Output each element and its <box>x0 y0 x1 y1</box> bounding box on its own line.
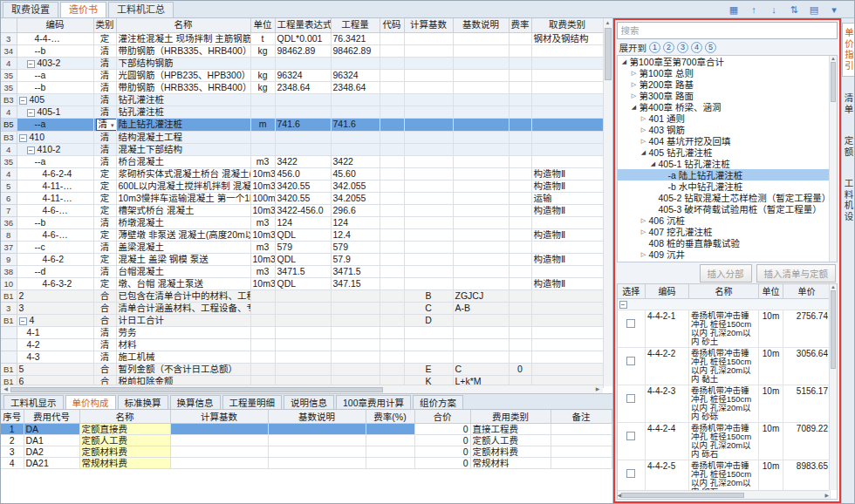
category-cell[interactable]: 定 <box>93 192 116 204</box>
unit-cell[interactable]: 10m3 <box>250 180 275 192</box>
calc-base-cell[interactable] <box>404 93 453 106</box>
bottom-tab[interactable]: 标准换算 <box>118 395 168 409</box>
fee-class-cell[interactable] <box>531 155 603 167</box>
rate-cell[interactable] <box>509 253 531 265</box>
name-cell[interactable]: 浆砌桥实体式混凝土桥台 混凝土(高10m内) <box>116 167 250 180</box>
calc-base-cell[interactable]: B <box>404 289 453 302</box>
unit-cell[interactable] <box>250 351 275 363</box>
code-cell[interactable]: --b <box>17 44 93 57</box>
fee-rate-cell[interactable] <box>366 446 414 457</box>
category-cell[interactable]: 清 <box>93 216 116 228</box>
rate-cell[interactable] <box>509 204 531 216</box>
code-cell[interactable]: 4-6-… <box>17 204 93 216</box>
scroll-up-icon[interactable]: ▲ <box>604 18 612 27</box>
columns-icon[interactable]: ▦ <box>728 3 740 16</box>
category-cell[interactable]: 定 <box>93 277 116 289</box>
quantity-cell[interactable]: 347.15 <box>331 277 380 289</box>
base-desc-cell[interactable] <box>453 32 509 44</box>
name-cell[interactable]: 劳务 <box>116 326 250 338</box>
code-cell[interactable]: 5 <box>17 363 93 375</box>
vscroll-thumb[interactable] <box>605 28 612 80</box>
results-vscroll-thumb[interactable] <box>831 290 836 369</box>
qty-expression-cell[interactable]: 456.0 <box>275 167 331 180</box>
result-code-cell[interactable]: 4-4-2-4 <box>646 422 689 460</box>
row-number-cell[interactable]: B3 <box>1 131 17 143</box>
base-desc-cell[interactable] <box>453 155 509 167</box>
result-price-cell[interactable]: 5156.17 <box>783 385 831 422</box>
qty-expression-cell[interactable] <box>275 93 331 106</box>
rate-cell[interactable] <box>509 32 531 44</box>
unit-cell[interactable]: 100m3 <box>250 192 275 204</box>
row-number-cell[interactable]: 6 <box>1 192 17 204</box>
code-col-cell[interactable] <box>380 338 404 351</box>
unit-cell[interactable]: kg <box>250 81 275 93</box>
result-unit-cell[interactable]: 10m <box>759 347 783 385</box>
tree-node[interactable]: ▷409 沉井 <box>618 249 830 260</box>
code-cell[interactable]: 4-1 <box>17 326 93 338</box>
row-number-cell[interactable] <box>1 351 17 363</box>
name-cell[interactable]: 清单合计涵盖材料、工程设备、专业工… <box>116 302 250 314</box>
result-code-cell[interactable]: 4-4-2-1 <box>646 310 689 347</box>
rate-cell[interactable] <box>509 228 531 241</box>
rate-cell[interactable] <box>509 93 531 106</box>
category-cell[interactable]: 清 <box>93 57 116 69</box>
quantity-cell[interactable]: 296.6 <box>331 204 380 216</box>
category-cell[interactable]: 清 <box>93 143 116 155</box>
row-number-cell[interactable]: 8 <box>1 228 17 241</box>
category-cell[interactable]: 清▾ <box>93 118 116 131</box>
fee-base-cell[interactable] <box>170 423 268 434</box>
base-desc-cell[interactable] <box>453 167 509 180</box>
select-checkbox[interactable] <box>626 319 635 328</box>
name-cell[interactable]: 桥台混凝土 <box>116 155 250 167</box>
expand-level-button[interactable]: 2 <box>663 42 674 53</box>
name-cell[interactable]: 台帽混凝土 <box>116 265 250 277</box>
bottom-tab[interactable]: 工料机显示 <box>3 395 64 409</box>
base-desc-cell[interactable] <box>453 314 509 326</box>
fee-code-cell[interactable]: DA2 <box>24 446 79 457</box>
fee-base-desc-cell[interactable] <box>268 457 366 468</box>
quantity-cell[interactable] <box>331 289 380 302</box>
move-down-icon[interactable]: ↓ <box>768 3 780 16</box>
qty-expression-cell[interactable]: 3471.5 <box>275 265 331 277</box>
result-row[interactable]: 4-4-2-4卷扬机带冲击锤冲孔 桩径150cm以内 孔深20m以内 砾石10m… <box>618 422 831 460</box>
calc-base-cell[interactable] <box>404 265 453 277</box>
bottom-tab[interactable]: 说明信息 <box>284 395 334 409</box>
calc-base-cell[interactable] <box>404 326 453 338</box>
row-number-cell[interactable]: 10 <box>1 277 17 289</box>
rate-cell[interactable] <box>509 167 531 180</box>
code-col-cell[interactable] <box>380 289 404 302</box>
unit-cell[interactable] <box>250 93 275 106</box>
base-desc-cell[interactable] <box>453 192 509 204</box>
insert-button[interactable]: 插入分部 <box>700 264 752 283</box>
search-box[interactable] <box>617 22 838 39</box>
main-grid-hscrollbar[interactable]: ◀ ▶ <box>1 385 603 393</box>
quantity-cell[interactable]: 741.6 <box>331 118 380 131</box>
qty-expression-cell[interactable] <box>275 143 331 155</box>
calc-base-cell[interactable] <box>404 44 453 57</box>
base-desc-cell[interactable] <box>453 241 509 253</box>
calc-base-cell[interactable] <box>404 228 453 241</box>
category-cell[interactable]: 定 <box>93 228 116 241</box>
name-cell[interactable]: 钻孔灌注桩 <box>116 106 250 118</box>
tree-toggle-icon[interactable]: ▷ <box>630 70 639 77</box>
collapse-icon[interactable]: − <box>19 134 27 142</box>
fee-class-cell[interactable] <box>531 351 603 363</box>
fee-code-cell[interactable]: DA1 <box>24 434 79 446</box>
fee-class-cell[interactable] <box>531 338 603 351</box>
unit-cell[interactable]: 10m3 <box>250 277 275 289</box>
rate-cell[interactable] <box>509 338 531 351</box>
quantity-cell[interactable]: 98462.89 <box>331 44 380 57</box>
fee-no-cell[interactable]: 3 <box>1 446 24 457</box>
base-desc-cell[interactable]: C <box>453 363 509 375</box>
fee-rate-cell[interactable] <box>366 457 414 468</box>
rate-cell[interactable] <box>509 180 531 192</box>
side-tab[interactable]: 清单 <box>843 89 854 119</box>
result-select-cell[interactable] <box>618 347 646 385</box>
fee-rate-cell[interactable] <box>366 434 414 446</box>
base-desc-cell[interactable] <box>453 265 509 277</box>
fee-class-cell[interactable]: 构造物Ⅱ <box>531 180 603 192</box>
search-input[interactable] <box>621 25 834 36</box>
name-cell[interactable]: 薄壁墩 非泵送 混凝土(高度20m以内) <box>116 228 250 241</box>
category-editor[interactable]: 清▾ <box>96 119 117 131</box>
rate-cell[interactable] <box>509 351 531 363</box>
